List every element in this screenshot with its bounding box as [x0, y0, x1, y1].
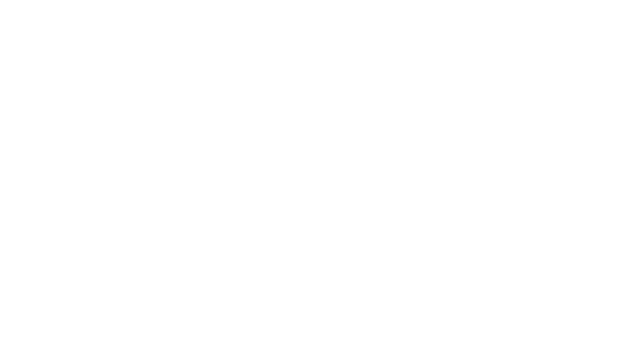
connector-lines: [0, 0, 644, 362]
chart-container: [0, 0, 644, 362]
